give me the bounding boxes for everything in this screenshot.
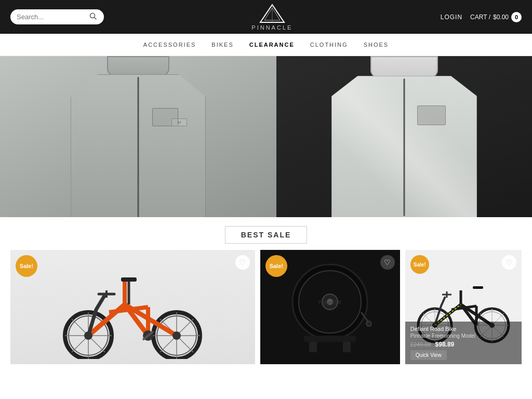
product-kids-bike: Sale! ♡ — [10, 250, 255, 364]
search-container — [10, 9, 104, 24]
svg-point-22 — [84, 331, 92, 340]
nav-clothing[interactable]: CLOTHING — [310, 42, 348, 48]
wishlist-road-bike[interactable]: ♡ — [502, 255, 516, 270]
road-bike-new-price: $98.89 — [435, 341, 455, 348]
cart-label: CART / — [470, 14, 490, 21]
road-bike-prices: £249.00 $98.89 — [410, 341, 516, 348]
best-sale-title-container: BEST SALE — [0, 230, 532, 240]
header-actions: LOGIN CART / $0.00 0 — [441, 12, 522, 22]
nav-clearance[interactable]: CLEARANCE — [249, 42, 295, 48]
svg-point-33 — [366, 321, 371, 326]
logo[interactable]: PINNACLE — [251, 4, 292, 31]
cart-price: $0.00 — [493, 14, 509, 21]
search-icon — [89, 12, 97, 20]
hero-banner: M — [0, 56, 532, 217]
logo-text: PINNACLE — [251, 24, 292, 31]
search-input[interactable] — [17, 13, 89, 21]
product-road-bike: Defiant Road Bike Pinnacle Freerunning M… — [405, 250, 522, 364]
svg-rect-18 — [121, 277, 137, 282]
svg-rect-30 — [309, 342, 317, 352]
best-sale-section: BEST SALE — [0, 217, 532, 372]
nav-shoes[interactable]: SHOES — [364, 42, 389, 48]
road-bike-subtitle: Pinnacle Freerunning Model — [410, 333, 516, 339]
wishlist-trainer[interactable]: ♡ — [380, 255, 395, 270]
best-sale-label: BEST SALE — [225, 226, 308, 244]
road-bike-old-price: £249.00 — [410, 341, 431, 348]
sale-badge-trainer: Sale! — [265, 255, 287, 277]
svg-point-23 — [172, 331, 181, 340]
search-button[interactable] — [89, 12, 97, 21]
nav-accessories[interactable]: ACCESSORIES — [143, 42, 196, 48]
cart-count: 0 — [511, 12, 522, 22]
quick-view-button[interactable]: Quick View — [410, 350, 447, 360]
sale-badge-road-bike: Sale! — [410, 255, 429, 274]
svg-line-1 — [95, 18, 97, 20]
cart-button[interactable]: CART / $0.00 0 — [470, 12, 522, 22]
main-nav: ACCESSORIES BIKES CLEARANCE CLOTHING SHO… — [0, 34, 532, 56]
logo-icon — [259, 4, 285, 23]
hero-right-panel — [276, 56, 532, 217]
wishlist-kids-bike[interactable]: ♡ — [235, 255, 250, 270]
svg-rect-29 — [304, 336, 356, 342]
road-bike-overlay: Defiant Road Bike Pinnacle Freerunning M… — [405, 322, 522, 364]
products-grid: Sale! ♡ PINNACLE — [0, 250, 532, 364]
svg-text:PINNACLE: PINNACLE — [318, 300, 342, 305]
svg-rect-47 — [473, 286, 483, 289]
sale-badge-kids-bike: Sale! — [16, 255, 37, 277]
kids-bike-image — [44, 255, 221, 359]
site-header: PINNACLE LOGIN CART / $0.00 0 — [0, 0, 532, 34]
trainer-image: PINNACLE — [288, 260, 371, 354]
svg-rect-31 — [343, 342, 351, 352]
hero-left-panel: M — [0, 56, 276, 217]
login-link[interactable]: LOGIN — [441, 14, 462, 21]
nav-bikes[interactable]: BIKES — [211, 42, 233, 48]
product-trainer: PINNACLE Sale! ♡ — [260, 250, 400, 364]
road-bike-title: Defiant Road Bike — [410, 326, 516, 332]
